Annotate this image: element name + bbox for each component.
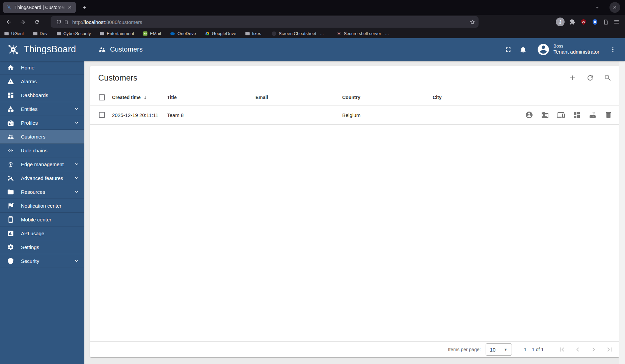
column-header-country[interactable]: Country: [342, 95, 433, 100]
browser-tab-bar: ThingsBoard | Customer: [0, 0, 625, 15]
user-avatar-icon: [537, 43, 550, 56]
table-paginator: Items per page: 10 ▼ 1 – 1 of 1: [90, 341, 619, 357]
bookmark-email[interactable]: EMail: [143, 31, 161, 36]
card-title: Customers: [98, 73, 137, 83]
column-header-city[interactable]: City: [433, 95, 522, 100]
shield-icon: [7, 257, 14, 265]
table-row[interactable]: 2025-12-19 20:11:11 Team 8 Belgium: [90, 105, 619, 125]
cell-created-time: 2025-12-19 20:11:11: [112, 112, 167, 118]
chevron-down-icon: [74, 175, 80, 181]
reload-button[interactable]: [31, 16, 43, 28]
notifications-bell-button[interactable]: [516, 42, 531, 57]
column-header-email[interactable]: Email: [255, 95, 342, 100]
select-arrow-icon: ▼: [504, 347, 508, 352]
bookmark-googledrive[interactable]: GoogleDrive: [205, 31, 236, 36]
sidebar-item-resources[interactable]: Resources: [0, 185, 84, 199]
bookmark-star-icon[interactable]: [469, 19, 475, 25]
sidebar-nav: Home Alarms Dashboards Entities Profiles…: [0, 61, 84, 364]
bookmark-folder-ugent[interactable]: UGent: [4, 31, 24, 36]
extensions-puzzle-icon[interactable]: [569, 19, 575, 25]
page-header-title: Customers: [110, 46, 143, 53]
row-checkbox[interactable]: [99, 112, 105, 118]
list-tabs-icon[interactable]: [595, 5, 600, 10]
ublock-extension-icon[interactable]: [580, 19, 587, 25]
sidebar-item-profiles[interactable]: Profiles: [0, 116, 84, 130]
page-scrollbar[interactable]: [619, 61, 625, 364]
cell-country: Belgium: [342, 112, 433, 118]
select-all-checkbox[interactable]: [99, 94, 105, 100]
sidebar-item-rule-chains[interactable]: Rule chains: [0, 144, 84, 157]
items-per-page-select[interactable]: 10 ▼: [486, 343, 512, 356]
chevron-down-icon: [74, 258, 80, 264]
refresh-button[interactable]: [583, 70, 598, 85]
manage-devices-icon[interactable]: [557, 111, 565, 119]
forward-button[interactable]: [17, 16, 28, 28]
category-icon: [7, 105, 14, 113]
manage-assets-icon[interactable]: [541, 111, 549, 119]
badge-icon: [7, 119, 14, 126]
previous-page-button[interactable]: [570, 343, 586, 356]
bookmark-secure-shell[interactable]: Secure shell server - ...: [336, 31, 389, 36]
manage-customer-users-icon[interactable]: [525, 111, 533, 119]
firefox-account-avatar[interactable]: J: [556, 18, 565, 26]
user-menu[interactable]: Boss Tenant administrator: [537, 43, 599, 56]
antenna-icon: [7, 161, 14, 168]
sidebar-item-entities[interactable]: Entities: [0, 102, 84, 116]
thingsboard-red-icon: [336, 31, 342, 36]
add-customer-button[interactable]: [565, 70, 580, 85]
manage-edges-icon[interactable]: [589, 111, 597, 119]
url-bar[interactable]: http://localhost:8080/customers: [51, 16, 479, 28]
window-close-button[interactable]: [609, 2, 620, 13]
back-button[interactable]: [3, 16, 14, 28]
customers-people-icon: [99, 46, 106, 53]
next-page-button[interactable]: [586, 343, 601, 356]
app-menu-icon[interactable]: [614, 19, 620, 25]
bookmark-folder-fixes[interactable]: fixes: [245, 31, 261, 36]
email-icon: [143, 31, 148, 36]
column-header-title[interactable]: Title: [167, 95, 255, 100]
column-header-created-time[interactable]: Created time: [112, 95, 167, 100]
items-per-page-label: Items per page:: [448, 347, 481, 352]
bookmark-onedrive[interactable]: OneDrive: [170, 31, 196, 36]
sidebar-item-dashboards[interactable]: Dashboards: [0, 88, 84, 102]
sidebar-item-security[interactable]: Security: [0, 254, 84, 268]
bookmark-screen-cheatsheet[interactable]: Screen Cheatsheet · ...: [271, 31, 324, 36]
chevron-down-icon: [74, 106, 80, 112]
sidebar-item-customers[interactable]: Customers: [0, 130, 84, 144]
user-role: Tenant administrator: [553, 49, 599, 55]
sidebar-item-notification-center[interactable]: Notification center: [0, 199, 84, 213]
dashboard-icon: [7, 92, 14, 99]
bookmark-folder-dev[interactable]: Dev: [33, 31, 48, 36]
sidebar-item-alarms[interactable]: Alarms: [0, 74, 84, 88]
page-info-icon[interactable]: [64, 20, 69, 25]
browser-tab[interactable]: ThingsBoard | Customer: [3, 2, 76, 13]
last-page-button[interactable]: [601, 343, 617, 356]
sidebar-item-advanced-features[interactable]: Advanced features: [0, 171, 84, 185]
sidebar-item-home[interactable]: Home: [0, 61, 84, 74]
table-header-row: Created time Title Email Country City: [90, 90, 619, 105]
page-header: Customers: [99, 46, 143, 53]
bookmark-folder-entertainment[interactable]: Entertainment: [100, 31, 134, 36]
header-more-menu-button[interactable]: [605, 42, 620, 57]
folder-icon: [33, 31, 38, 36]
sidebar-item-edge-management[interactable]: Edge management: [0, 157, 84, 171]
bitwarden-extension-icon[interactable]: [592, 19, 598, 25]
sidebar-item-api-usage[interactable]: API usage: [0, 226, 84, 240]
search-button[interactable]: [600, 70, 615, 85]
sidebar-item-mobile-center[interactable]: Mobile center: [0, 213, 84, 226]
tracking-shield-icon[interactable]: [56, 19, 62, 25]
sidebar-item-settings[interactable]: Settings: [0, 240, 84, 254]
new-tab-button[interactable]: [79, 2, 90, 13]
chevron-down-icon: [74, 189, 80, 195]
delete-icon[interactable]: [604, 111, 613, 119]
thingsboard-brand[interactable]: ThingsBoard: [0, 43, 84, 56]
rule-chain-icon: [7, 147, 14, 154]
tab-close-icon[interactable]: [66, 4, 73, 11]
bookmark-folder-cybersecurity[interactable]: CyberSecurity: [56, 31, 91, 36]
bookmarks-bar: UGent Dev CyberSecurity Entertainment EM…: [0, 29, 625, 38]
sidebar-toggle-icon[interactable]: [603, 19, 609, 25]
cell-title: Team 8: [167, 112, 255, 118]
fullscreen-button[interactable]: [501, 42, 516, 57]
first-page-button[interactable]: [554, 343, 570, 356]
manage-dashboards-icon[interactable]: [573, 111, 581, 119]
